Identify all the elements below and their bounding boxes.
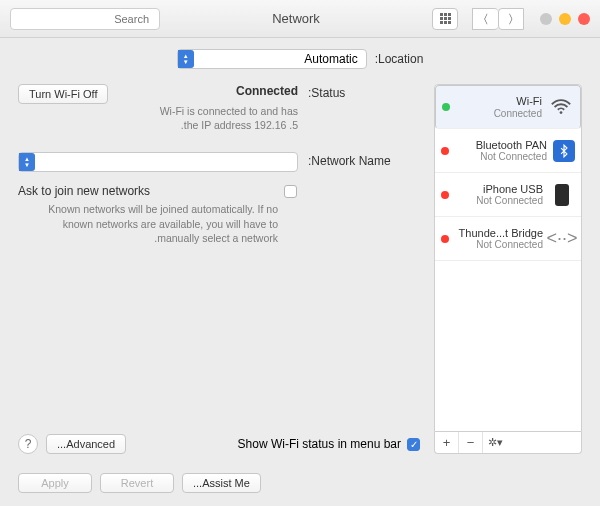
nav-buttons: 〈 〉 [472, 8, 524, 30]
service-item-iphone-usb[interactable]: iPhone USB Not Connected [435, 173, 581, 217]
service-status: Not Connected [476, 151, 547, 162]
service-list: Wi-Fi Connected Bluetooth PAN Not Connec… [434, 84, 582, 432]
network-name-select[interactable]: ▲▼ [18, 152, 298, 172]
service-actions-button[interactable]: ✲▾ [483, 432, 507, 453]
footer: Assist Me... Revert Apply [0, 460, 600, 506]
turn-wifi-off-button[interactable]: Turn Wi-Fi Off [18, 84, 108, 104]
assist-me-button[interactable]: Assist Me... [182, 473, 261, 493]
back-button[interactable]: 〈 [498, 8, 524, 30]
status-dot-icon [441, 235, 449, 243]
service-item-bluetooth[interactable]: Bluetooth PAN Not Connected [435, 129, 581, 173]
select-stepper-icon: ▲▼ [178, 50, 194, 68]
zoom-window-button[interactable] [540, 13, 552, 25]
location-row: Location: Automatic ▲▼ [0, 38, 600, 80]
grid-icon [439, 13, 451, 25]
service-status: Not Connected [459, 239, 543, 250]
add-service-button[interactable]: + [435, 432, 459, 453]
iphone-icon [549, 182, 575, 208]
network-prefs-window: 〈 〉 Network Location: Automatic ▲▼ [0, 0, 600, 506]
status-desc-line2: the IP address 192.16 .5. [18, 118, 298, 132]
forward-button[interactable]: 〉 [472, 8, 498, 30]
status-dot-icon [442, 103, 450, 111]
location-select[interactable]: Automatic ▲▼ [177, 49, 367, 69]
gear-icon: ✲▾ [488, 436, 503, 449]
minimize-window-button[interactable] [559, 13, 571, 25]
status-desc-line1: Wi-Fi is connected to and has [18, 104, 298, 118]
advanced-button[interactable]: Advanced... [46, 434, 126, 454]
bluetooth-icon [553, 140, 575, 162]
ask-to-join-label: Ask to join new networks [18, 184, 150, 198]
status-value: Connected [236, 84, 298, 98]
show-status-checkbox[interactable]: ✓ [407, 438, 420, 451]
sidebar: Wi-Fi Connected Bluetooth PAN Not Connec… [434, 84, 582, 454]
show-status-label: Show Wi-Fi status in menu bar [238, 437, 401, 451]
select-stepper-icon: ▲▼ [19, 153, 35, 171]
revert-button[interactable]: Revert [100, 473, 174, 493]
main-panel: Status: Connected Turn Wi-Fi Off Wi-Fi i… [18, 84, 420, 454]
help-button[interactable]: ? [18, 434, 38, 454]
network-name-label: Network Name: [308, 152, 420, 172]
titlebar: 〈 〉 Network [0, 0, 600, 38]
service-name: Thunde...t Bridge [459, 227, 543, 239]
status-dot-icon [441, 191, 449, 199]
wifi-icon [548, 94, 574, 120]
service-name: Bluetooth PAN [476, 139, 547, 151]
location-label: Location: [375, 52, 424, 66]
svg-point-2 [560, 111, 563, 114]
service-item-wifi[interactable]: Wi-Fi Connected [435, 85, 581, 129]
apply-button[interactable]: Apply [18, 473, 92, 493]
ask-to-join-checkbox-row: Ask to join new networks Known networks … [18, 184, 298, 245]
close-window-button[interactable] [578, 13, 590, 25]
status-label: Status: [308, 84, 420, 132]
service-status: Connected [494, 108, 542, 119]
service-list-tools: + − ✲▾ [434, 432, 582, 454]
status-dot-icon [441, 147, 449, 155]
search-field[interactable] [10, 8, 160, 30]
search-input[interactable] [11, 13, 149, 25]
location-value: Automatic [194, 52, 366, 66]
window-controls [540, 13, 590, 25]
ask-to-join-checkbox[interactable] [284, 185, 297, 198]
service-item-thunderbolt-bridge[interactable]: <··> Thunde...t Bridge Not Connected [435, 217, 581, 261]
main-footer: ✓ Show Wi-Fi status in menu bar Advanced… [18, 434, 420, 454]
show-all-button[interactable] [432, 8, 458, 30]
thunderbolt-bridge-icon: <··> [549, 226, 575, 252]
window-title: Network [168, 11, 424, 26]
service-status: Not Connected [476, 195, 543, 206]
service-name: iPhone USB [476, 183, 543, 195]
ask-to-join-note: Known networks will be joined automatica… [18, 202, 278, 245]
service-name: Wi-Fi [494, 95, 542, 107]
body: Wi-Fi Connected Bluetooth PAN Not Connec… [0, 80, 600, 460]
remove-service-button[interactable]: − [459, 432, 483, 453]
